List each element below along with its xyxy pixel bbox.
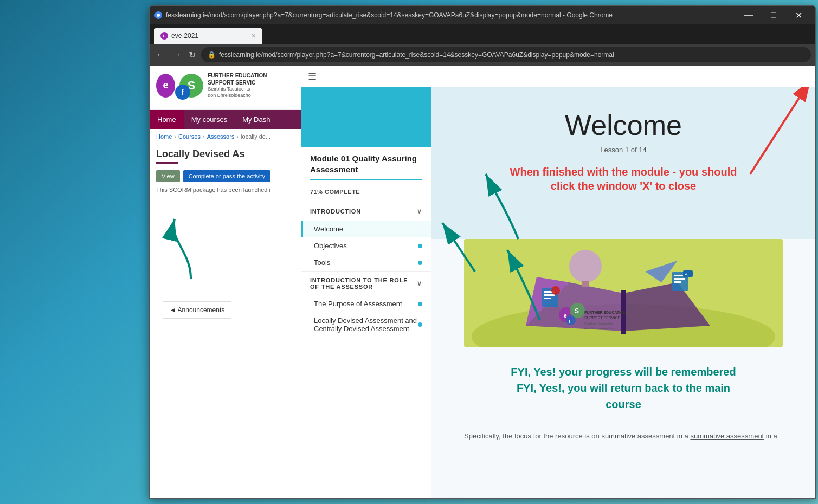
scorm-launch-text: This SCORM package has been launched i [150,186,301,197]
browser-content: e S f FURTHER EDUCATION SUPPORT SERVIC S… [150,66,815,498]
annotation-green: FYI, Yes! your progress will be remember… [431,347,815,423]
underline-text: summative assessment [690,432,764,440]
view-button[interactable]: View [156,170,180,182]
item-dot-locally [418,322,422,327]
module-title-area: Module 01 Quality Assuring Assessment [301,147,431,189]
sidebar-item-welcome[interactable]: Welcome [301,221,431,237]
svg-rect-13 [544,294,555,296]
book-svg: A e S f FURTHER EDUCATION SUPPORT SERVIC… [472,239,775,347]
svg-point-15 [551,286,560,295]
active-tab[interactable]: E eve-2021 × [154,28,262,44]
module-cover-image [301,87,431,147]
section-header-role[interactable]: INTRODUCTION TO THE ROLE OF THE ASSESSOR… [301,272,431,295]
chevron-down-icon-role: ∨ [417,280,422,287]
tab-favicon: E [160,32,168,40]
sidebar-item-objectives[interactable]: Objectives [301,237,431,254]
sidebar-item-tools[interactable]: Tools [301,254,431,271]
secure-icon: 🔒 [208,51,216,59]
page-title: Locally Devised As [156,148,294,160]
address-text: fesslearning.ie/mod/scorm/player.php?a=7… [219,51,614,59]
section-label-role: INTRODUCTION TO THE ROLE OF THE ASSESSOR [310,277,417,290]
breadcrumb-sep1: › [174,133,176,140]
scorm-panel: ☰ Module 01 Quality Assuring Assessment … [301,66,815,498]
titlebar-controls: — □ ✕ [736,6,811,24]
logo-e-circle: e [156,74,175,98]
hamburger-icon[interactable]: ☰ [308,70,317,82]
bottom-content-text: Specifically, the focus for the resource… [431,423,815,449]
section-items-role: The Purpose of Assessment Locally Devise… [301,295,431,337]
browser-titlebar: fesslearning.ie/mod/scorm/player.php?a=7… [150,6,815,24]
breadcrumb-locally: locally de... [241,133,270,140]
sidebar-item-label-locally: Locally Devised Assessment and Centrally… [314,316,418,333]
breadcrumb-courses[interactable]: Courses [178,133,201,140]
forward-button[interactable]: → [170,48,183,62]
sidebar-item-purpose[interactable]: The Purpose of Assessment [301,295,431,312]
section-label-introduction: INTRODUCTION [310,208,361,215]
browser-close-button[interactable]: ✕ [786,6,811,24]
svg-marker-6 [623,282,710,331]
back-button[interactable]: ← [154,48,167,62]
item-dot-objectives [418,244,422,248]
chrome-icon [154,11,163,20]
green-arrow-area [150,197,301,297]
module-title: Module 01 Quality Assuring Assessment [310,153,422,175]
scorm-content: Module 01 Quality Assuring Assessment 71… [301,87,815,498]
welcome-section: Welcome Lesson 1 of 14 When finished wit… [431,87,815,239]
announcements-button[interactable]: ◄ Announcements [163,301,231,319]
nav-home[interactable]: Home [150,110,184,129]
complete-button[interactable]: Complete or pass the activity [183,170,270,182]
svg-text:SUPPORT SERVICE: SUPPORT SERVICE [584,316,620,320]
svg-rect-9 [582,281,589,287]
address-box: 🔒 fesslearning.ie/mod/scorm/player.php?a… [201,47,811,62]
module-illustration: A e S f FURTHER EDUCATION SUPPORT SERVIC… [464,239,783,347]
svg-text:don Bhreisoideachas: don Bhreisoideachas [584,327,615,330]
item-dot-tools [418,261,422,265]
section-items-introduction: Welcome Objectives Tools [301,221,431,271]
scorm-toolbar: ☰ [301,66,815,87]
titlebar-left: fesslearning.ie/mod/scorm/player.php?a=7… [154,11,613,20]
svg-point-26 [566,315,576,325]
breadcrumb: Home › Courses › Assessors › locally de.… [150,129,301,144]
breadcrumb-sep2: › [203,133,205,140]
svg-text:A: A [685,272,688,277]
progress-label: 71% COMPLETE [301,189,431,202]
svg-text:f: f [569,319,570,324]
sidebar-item-locally-devised[interactable]: Locally Devised Assessment and Centrally… [301,312,431,337]
svg-text:e: e [564,313,567,319]
nav-my-dash[interactable]: My Dash [235,110,278,129]
svg-text:S: S [575,307,579,315]
scorm-sidebar: Module 01 Quality Assuring Assessment 71… [301,87,431,498]
lms-header: e S f FURTHER EDUCATION SUPPORT SERVIC S… [150,66,301,110]
section-header-introduction[interactable]: INTRODUCTION ∨ [301,202,431,221]
lesson-counter: Lesson 1 of 14 [464,146,783,154]
sidebar-item-label-tools: Tools [314,259,330,267]
maximize-button[interactable]: □ [761,6,786,24]
svg-point-1 [157,14,160,17]
sidebar-item-label-welcome: Welcome [314,225,343,233]
breadcrumb-home[interactable]: Home [156,133,172,140]
lms-panel: e S f FURTHER EDUCATION SUPPORT SERVIC S… [150,66,301,498]
sidebar-item-label-objectives: Objectives [314,242,347,250]
browser-addressbar: ← → ↻ 🔒 fesslearning.ie/mod/scorm/player… [150,44,815,66]
scorm-main-content: Welcome Lesson 1 of 14 When finished wit… [431,87,815,498]
fess-logo: e S f FURTHER EDUCATION SUPPORT SERVIC S… [156,72,294,99]
breadcrumb-sep3: › [236,133,239,140]
logo-f-circle: f [175,85,190,100]
module-title-line [310,179,422,180]
breadcrumb-assessors[interactable]: Assessors [207,133,235,140]
svg-rect-19 [674,281,681,283]
page-title-underline [156,162,178,164]
nav-my-courses[interactable]: My courses [184,110,235,129]
tab-label: eve-2021 [171,32,198,40]
annotation-red: When finished with the module - you shou… [464,165,783,193]
browser-window: fesslearning.ie/mod/scorm/player.php?a=7… [149,5,816,499]
sidebar-section-role: INTRODUCTION TO THE ROLE OF THE ASSESSOR… [301,271,431,337]
browser-title: fesslearning.ie/mod/scorm/player.php?a=7… [166,11,613,19]
svg-rect-18 [674,278,685,280]
svg-point-8 [569,250,602,282]
minimize-button[interactable]: — [736,6,761,24]
green-arrow-left [158,208,234,284]
tab-close-button[interactable]: × [252,31,256,40]
refresh-button[interactable]: ↻ [186,48,198,62]
page-title-area: Locally Devised As [150,144,301,170]
